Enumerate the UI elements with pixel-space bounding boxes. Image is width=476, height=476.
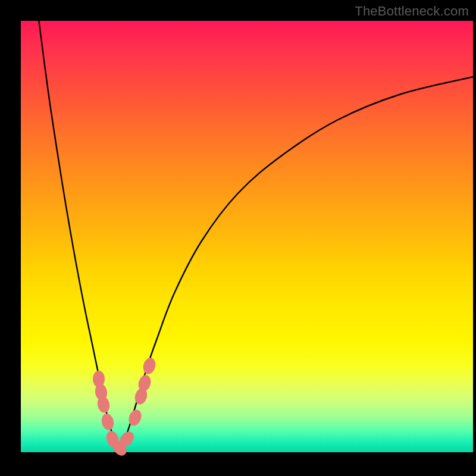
- curve-marker: [142, 356, 157, 375]
- bottleneck-curve: [21, 21, 473, 452]
- curve-marker: [96, 395, 111, 414]
- watermark-text: TheBottleneck.com: [355, 4, 469, 19]
- curve-marker: [100, 412, 115, 431]
- chart-frame: TheBottleneck.com: [0, 0, 476, 476]
- curve-marker: [126, 408, 143, 427]
- plot-area: [21, 21, 473, 452]
